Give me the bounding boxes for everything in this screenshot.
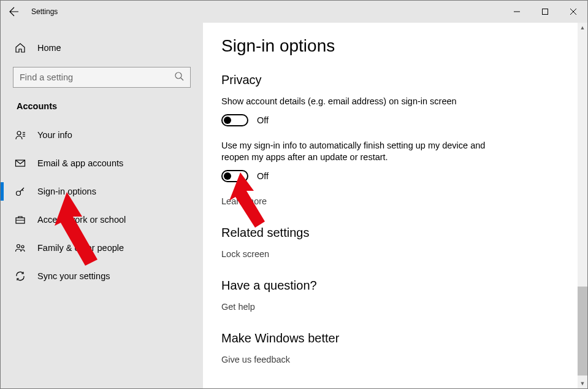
people-icon [14,242,26,253]
sidebar-item-email[interactable]: Email & app accounts [4,149,199,177]
toggle1-description: Show account details (e.g. email address… [221,96,491,108]
sidebar-item-label: Sign-in options [37,187,96,196]
home-icon [14,42,26,53]
toggle-knob [224,117,231,124]
home-label: Home [37,43,61,53]
sidebar: Home Accounts Your info Email & app acco… [1,23,203,388]
svg-point-12 [21,245,24,248]
briefcase-icon [14,214,26,225]
page-title: Sign-in options [221,36,569,56]
question-heading: Have a question? [221,279,569,293]
home-nav[interactable]: Home [4,36,199,60]
toggle2-description: Use my sign-in info to automatically fin… [221,140,491,164]
svg-point-11 [17,245,20,248]
scroll-thumb[interactable] [578,287,587,376]
svg-point-4 [17,131,21,135]
privacy-heading: Privacy [221,73,569,87]
scroll-down-icon[interactable]: ▼ [578,379,587,388]
sidebar-item-sync[interactable]: Sync your settings [4,262,199,290]
window-controls [503,1,587,23]
toggle2-row: Off [221,170,569,182]
svg-point-9 [17,191,21,196]
titlebar: Settings [1,1,587,23]
window-title: Settings [31,7,58,16]
search-box[interactable] [13,67,191,88]
lock-screen-link[interactable]: Lock screen [221,249,269,259]
minimize-icon [513,8,521,15]
maximize-icon [541,8,549,15]
sidebar-item-label: Sync your settings [37,271,110,281]
sidebar-item-work-school[interactable]: Access work or school [4,206,199,234]
learn-more-link[interactable]: Learn more [221,196,267,206]
sidebar-section-title: Accounts [4,101,199,121]
back-arrow-icon [9,7,19,17]
close-button[interactable] [559,1,587,23]
sidebar-item-signin[interactable]: Sign-in options [4,177,199,206]
sidebar-item-family[interactable]: Family & other people [4,234,199,262]
feedback-heading: Make Windows better [221,331,569,345]
svg-line-3 [181,78,183,80]
close-icon [570,8,577,15]
main-content: Sign-in options Privacy Show account det… [203,23,587,388]
sidebar-item-label: Family & other people [37,243,124,253]
toggle2-state: Off [257,171,269,181]
toggle-show-details[interactable] [221,114,248,126]
minimize-button[interactable] [503,1,531,23]
svg-point-2 [175,72,181,79]
sidebar-item-your-info[interactable]: Your info [4,121,199,149]
maximize-button[interactable] [531,1,559,23]
scrollbar[interactable]: ▲ ▼ [578,23,587,388]
back-button[interactable] [1,1,28,23]
sync-icon [14,271,26,282]
related-heading: Related settings [221,226,569,240]
toggle1-state: Off [257,115,269,125]
sidebar-item-label: Email & app accounts [37,158,123,168]
toggle-knob [224,172,231,180]
sidebar-item-label: Access work or school [37,215,126,225]
toggle-signin-info[interactable] [221,170,248,182]
person-icon [14,129,26,141]
svg-rect-1 [543,9,548,15]
search-input[interactable] [20,72,174,82]
get-help-link[interactable]: Get help [221,302,255,312]
scroll-up-icon[interactable]: ▲ [578,23,587,33]
sidebar-item-label: Your info [37,130,72,140]
key-icon [14,186,26,197]
mail-icon [14,158,26,169]
search-icon [174,71,184,83]
toggle1-row: Off [221,114,569,126]
feedback-link[interactable]: Give us feedback [221,355,290,364]
